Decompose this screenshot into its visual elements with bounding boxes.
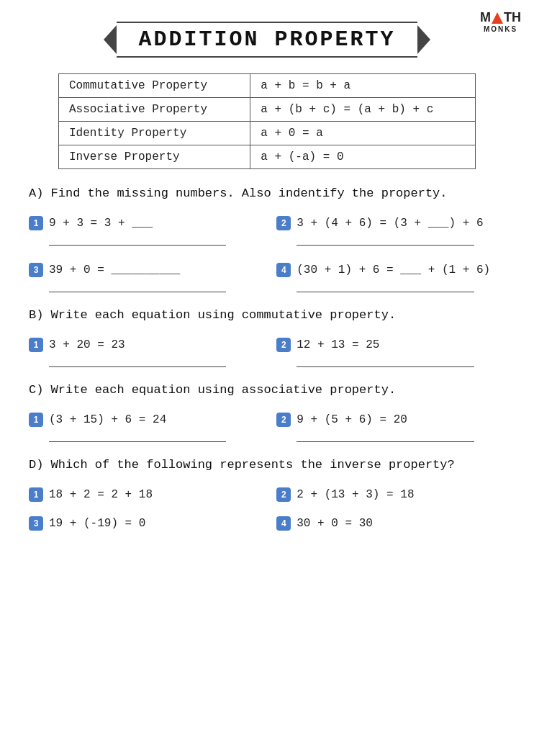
section-d-row-1: 1 18 + 2 = 2 + 18 2 2 + (13 + 3) = 18 xyxy=(29,486,505,503)
property-formula: a + b = b + a xyxy=(250,74,476,98)
section-d-problem-3: 3 19 + (-19) = 0 xyxy=(29,515,258,532)
section-a-problem-2: 2 3 + (4 + 6) = (3 + ___) + 6 xyxy=(276,215,505,232)
problem-text-b1: 3 + 20 = 23 xyxy=(49,336,125,354)
section-d-problem-1: 1 18 + 2 = 2 + 18 xyxy=(29,486,258,503)
problem-text-a4: (30 + 1) + 6 = ___ + (1 + 6) xyxy=(297,261,490,279)
answer-line-b2 xyxy=(276,359,505,367)
problem-number-a3: 3 xyxy=(29,263,43,277)
problem-number-d3: 3 xyxy=(29,516,43,531)
problem-number-b2: 2 xyxy=(276,338,291,352)
problem-text-a1: 9 + 3 = 3 + ___ xyxy=(49,215,153,232)
section-c-heading: C) Write each equation using associative… xyxy=(29,383,505,397)
section-d-heading: D) Which of the following represents the… xyxy=(29,458,505,472)
table-row: Inverse Propertya + (-a) = 0 xyxy=(59,145,476,169)
section-c-problem-2: 2 9 + (5 + 6) = 20 xyxy=(276,411,505,428)
problem-text-c1: (3 + 15) + 6 = 24 xyxy=(49,411,166,428)
answer-line-b1 xyxy=(29,359,258,367)
section-b-problem-1: 1 3 + 20 = 23 xyxy=(29,336,258,354)
table-row: Identity Propertya + 0 = a xyxy=(59,122,476,145)
title-banner: ADDITION PROPERTY xyxy=(29,22,505,58)
property-formula: a + (-a) = 0 xyxy=(250,145,476,169)
answer-line-a3 xyxy=(29,284,258,292)
section-b-row-1: 1 3 + 20 = 23 2 12 + 13 = 25 xyxy=(29,336,505,354)
problem-number-b1: 1 xyxy=(29,338,43,352)
properties-table: Commutative Propertya + b = b + aAssocia… xyxy=(58,73,476,169)
page-title: ADDITION PROPERTY xyxy=(117,22,417,58)
property-name: Identity Property xyxy=(59,122,250,145)
property-name: Commutative Property xyxy=(59,74,250,98)
table-row: Associative Propertya + (b + c) = (a + b… xyxy=(59,98,476,122)
property-formula: a + 0 = a xyxy=(250,122,476,145)
problem-text-d2: 2 + (13 + 3) = 18 xyxy=(297,486,414,503)
problem-text-d1: 18 + 2 = 2 + 18 xyxy=(49,486,153,503)
section-c-problem-1: 1 (3 + 15) + 6 = 24 xyxy=(29,411,258,428)
problem-number-a4: 4 xyxy=(276,263,291,277)
section-b-answer-row-1 xyxy=(29,359,505,367)
section-a-row-2: 3 39 + 0 = __________ 4 (30 + 1) + 6 = _… xyxy=(29,261,505,279)
answer-line-c1 xyxy=(29,434,258,442)
problem-number-c2: 2 xyxy=(276,413,291,427)
section-a-answer-row-1 xyxy=(29,238,505,246)
table-row: Commutative Propertya + b = b + a xyxy=(59,74,476,98)
section-a-row-1: 1 9 + 3 = 3 + ___ 2 3 + (4 + 6) = (3 + _… xyxy=(29,215,505,232)
property-name: Inverse Property xyxy=(59,145,250,169)
section-b-problem-2: 2 12 + 13 = 25 xyxy=(276,336,505,354)
answer-line-a1 xyxy=(29,238,258,246)
problem-number-a2: 2 xyxy=(276,216,291,230)
section-c-answer-row-1 xyxy=(29,434,505,442)
answer-line-a4 xyxy=(276,284,505,292)
problem-text-a2: 3 + (4 + 6) = (3 + ___) + 6 xyxy=(297,215,483,232)
section-b-heading: B) Write each equation using commutative… xyxy=(29,308,505,322)
section-a-problem-1: 1 9 + 3 = 3 + ___ xyxy=(29,215,258,232)
answer-line-a2 xyxy=(276,238,505,246)
answer-line-c2 xyxy=(276,434,505,442)
problem-text-d3: 19 + (-19) = 0 xyxy=(49,515,145,532)
problem-number-a1: 1 xyxy=(29,216,43,230)
property-name: Associative Property xyxy=(59,98,250,122)
section-d-row-2: 3 19 + (-19) = 0 4 30 + 0 = 30 xyxy=(29,515,505,532)
section-d-problem-4: 4 30 + 0 = 30 xyxy=(276,515,505,532)
section-a-answer-row-2 xyxy=(29,284,505,292)
problem-number-d2: 2 xyxy=(276,487,291,502)
problem-number-d1: 1 xyxy=(29,487,43,502)
section-d-problem-2: 2 2 + (13 + 3) = 18 xyxy=(276,486,505,503)
logo-th: TH xyxy=(504,10,521,25)
section-c-row-1: 1 (3 + 15) + 6 = 24 2 9 + (5 + 6) = 20 xyxy=(29,411,505,428)
problem-text-b2: 12 + 13 = 25 xyxy=(297,336,379,354)
problem-number-d4: 4 xyxy=(276,516,291,531)
problem-text-c2: 9 + (5 + 6) = 20 xyxy=(297,411,407,428)
problem-text-a3: 39 + 0 = __________ xyxy=(49,261,180,279)
problem-number-c1: 1 xyxy=(29,413,43,427)
property-formula: a + (b + c) = (a + b) + c xyxy=(250,98,476,122)
section-a-problem-4: 4 (30 + 1) + 6 = ___ + (1 + 6) xyxy=(276,261,505,279)
section-a-problem-3: 3 39 + 0 = __________ xyxy=(29,261,258,279)
problem-text-d4: 30 + 0 = 30 xyxy=(297,515,373,532)
section-a-heading: A) Find the missing numbers. Also indent… xyxy=(29,186,505,200)
